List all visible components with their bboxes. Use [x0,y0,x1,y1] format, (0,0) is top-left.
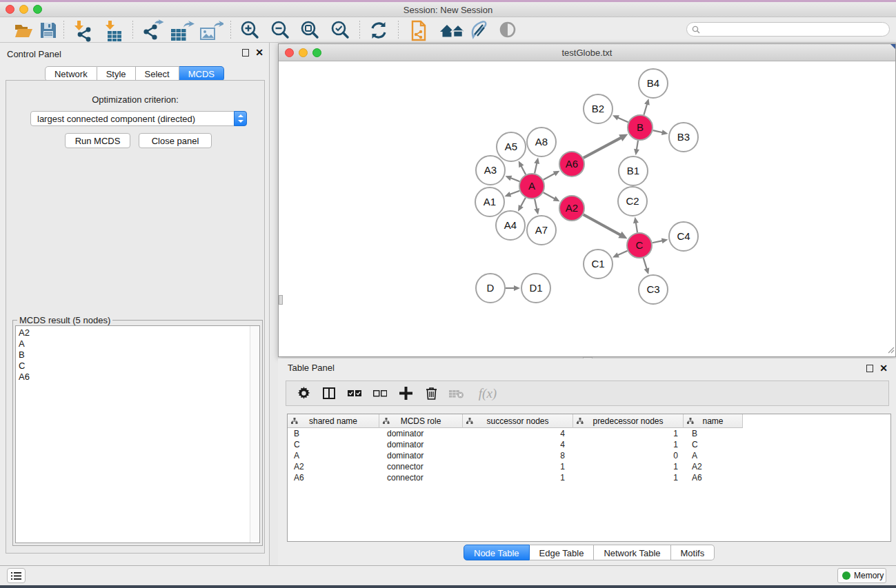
edge-A-A5[interactable] [521,165,526,174]
close-panel-icon[interactable]: ✕ [255,49,263,57]
edge-A6-B[interactable] [584,138,621,158]
node-label-A5: A5 [505,141,517,152]
arrowhead [505,192,512,196]
import-table-icon[interactable] [102,19,124,41]
cell: 4 [463,439,573,450]
column-header-name[interactable]: name [684,414,743,428]
deselect-all-icon[interactable] [372,385,388,402]
gear-icon[interactable] [295,385,312,402]
tab-select[interactable]: Select [136,66,179,81]
table-row[interactable]: Adominator80A [288,450,890,461]
result-item[interactable]: B [19,349,259,361]
cell: connector [379,472,463,483]
trash-icon[interactable] [423,385,439,402]
statusbar: Memory [0,565,896,585]
edge-C-C3[interactable] [644,258,647,269]
network-canvas[interactable]: B4B2BB3A8A5A6A3B1AA1C2A2A4A7C4CC1C3DD1 [279,61,895,356]
result-item[interactable]: A [19,338,259,349]
tab-node-table[interactable]: Node Table [464,545,530,560]
tab-network-table[interactable]: Network Table [594,545,670,560]
zoom-selected-icon[interactable] [329,19,351,41]
network-window-title: testGlobe.txt [279,48,895,58]
save-icon[interactable] [37,19,59,41]
edge-B-B1[interactable] [637,141,638,150]
export-network-icon[interactable] [141,19,163,41]
edge-A-A1[interactable] [510,191,519,194]
result-item[interactable]: C [19,361,259,372]
table-close-icon[interactable]: ✕ [879,365,888,372]
edge-A-A3[interactable] [510,178,519,181]
zoom-fit-icon[interactable] [299,19,321,41]
delete-table-icon[interactable] [448,385,465,402]
column-header-shared-name[interactable]: shared name [288,414,379,428]
function-icon[interactable]: f(x) [474,385,501,402]
edge-A-A6[interactable] [544,174,555,180]
cell: A6 [684,472,743,483]
export-image-icon[interactable] [197,19,219,41]
import-network-icon[interactable] [72,19,94,41]
column-header-MCDS-role[interactable]: MCDS role [379,414,463,428]
column-header-predecessor-nodes[interactable]: predecessor nodes [573,414,684,428]
refresh-icon[interactable] [368,19,390,41]
edge-C-C4[interactable] [653,241,663,243]
zoom-in-icon[interactable] [239,19,261,41]
tab-edge-table[interactable]: Edge Table [530,545,595,560]
edge-C-C2[interactable] [636,223,637,233]
open-folder-icon[interactable] [12,19,34,41]
arrowhead [661,130,668,135]
result-scrollbar[interactable] [250,326,259,543]
memory-button[interactable]: Memory [837,568,886,583]
cell: 1 [463,461,573,472]
resize-grip-icon[interactable] [886,345,895,356]
node-label-A7: A7 [535,224,548,236]
tab-mcds[interactable]: MCDS [179,66,224,81]
table-row[interactable]: A6connector11A6 [288,472,890,483]
edge-B-B4[interactable] [644,104,647,115]
column-header-successor-nodes[interactable]: successor nodes [463,414,573,428]
tab-style[interactable]: Style [97,66,136,81]
table-float-icon[interactable] [866,365,873,372]
edge-A-A2[interactable] [544,192,555,199]
node-label-B: B [637,121,644,133]
node-label-A8: A8 [535,136,548,148]
node-label-B1: B1 [627,165,639,176]
edge-A2-C[interactable] [584,214,621,235]
arrowhead [644,99,650,105]
brush-icon[interactable] [468,19,490,41]
houses-icon[interactable] [439,19,461,41]
result-item[interactable]: A2 [19,327,259,338]
add-icon[interactable] [397,385,414,402]
table-row[interactable]: A2connector11A2 [288,461,890,472]
edge-B-B3[interactable] [653,130,663,132]
edge-A-A7[interactable] [535,199,537,210]
table-row[interactable]: Cdominator41C [288,439,890,450]
tab-network[interactable]: Network [45,66,97,81]
columns-icon[interactable] [321,385,337,402]
control-panel-tabs: NetworkStyleSelectMCDS [0,66,269,81]
select-all-icon[interactable] [346,385,363,402]
mcds-result-list[interactable]: A2ABCA6 [15,325,260,543]
criterion-value: largest connected component (directed) [37,114,195,124]
edge-B-B2[interactable] [617,118,628,123]
node-label-C1: C1 [591,258,604,270]
criterion-select[interactable]: largest connected component (directed) [30,111,247,126]
float-panel-icon[interactable] [242,49,249,57]
export-table-icon[interactable] [168,19,190,41]
titlebar[interactable]: Session: New Session [0,2,896,17]
document-share-icon[interactable] [408,19,430,41]
run-mcds-button[interactable]: Run MCDS [65,133,130,148]
table-row[interactable]: Bdominator41B [288,428,890,439]
search-input[interactable] [686,22,890,37]
zoom-out-icon[interactable] [269,19,291,41]
task-list-button[interactable] [7,568,26,583]
network-window-titlebar[interactable]: testGlobe.txt [279,44,895,61]
eye-icon[interactable] [497,19,519,41]
desktop-strip-bottom [0,585,896,588]
close-panel-button[interactable]: Close panel [139,133,212,148]
tab-motifs[interactable]: Motifs [671,545,715,560]
vertical-split-handle[interactable] [279,295,283,305]
result-item[interactable]: A6 [19,372,259,383]
edge-A-A8[interactable] [535,163,537,173]
edge-A-A4[interactable] [521,198,526,207]
edge-C-C1[interactable] [617,251,627,255]
